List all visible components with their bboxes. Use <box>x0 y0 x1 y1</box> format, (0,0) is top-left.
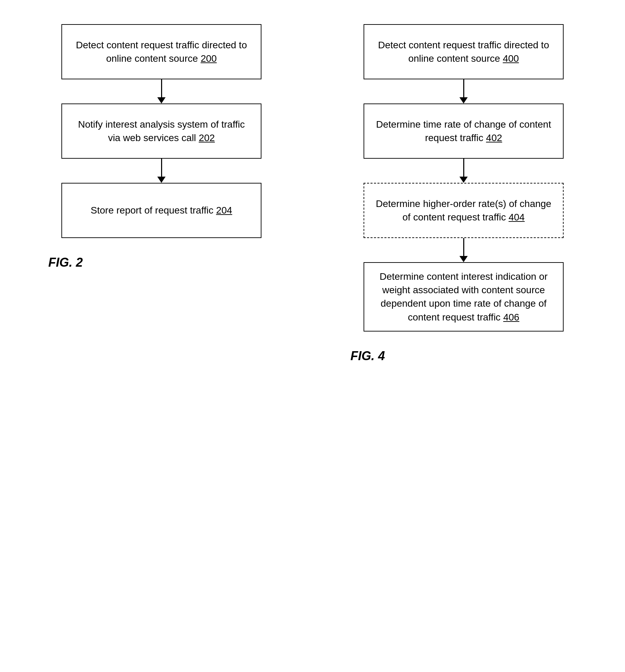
arrow-202-204 <box>157 159 166 183</box>
box-402-ref: 402 <box>486 132 502 143</box>
fig4-diagram: Detect content request traffic directed … <box>323 14 604 658</box>
box-404-ref: 404 <box>508 212 525 223</box>
fig2-diagram: Detect content request traffic directed … <box>21 14 302 658</box>
arrow-head <box>459 177 468 183</box>
box-200-ref: 200 <box>201 53 217 64</box>
arrow-head <box>459 97 468 103</box>
box-202-ref: 202 <box>199 132 215 143</box>
box-406: Determine content interest indication or… <box>364 262 564 332</box>
box-204-text: Store report of request traffic 204 <box>91 204 232 217</box>
arrow-line <box>463 238 464 256</box>
fig4-label: FIG. 4 <box>350 349 385 363</box>
box-204: Store report of request traffic 204 <box>61 183 261 238</box>
arrow-404-406 <box>459 238 468 262</box>
box-202: Notify interest analysis system of traff… <box>61 103 261 159</box>
box-400: Detect content request traffic directed … <box>364 24 564 79</box>
arrow-400-402 <box>459 79 468 103</box>
arrow-402-404 <box>459 159 468 183</box>
fig2-flowchart: Detect content request traffic directed … <box>21 24 302 238</box>
box-200: Detect content request traffic directed … <box>61 24 261 79</box>
box-404: Determine higher-order rate(s) of change… <box>364 183 564 238</box>
box-200-text: Detect content request traffic directed … <box>72 38 250 65</box>
page: Detect content request traffic directed … <box>21 14 604 658</box>
box-404-text: Determine higher-order rate(s) of change… <box>375 197 553 224</box>
box-402: Determine time rate of change of content… <box>364 103 564 159</box>
box-406-text: Determine content interest indication or… <box>375 270 553 324</box>
box-406-ref: 406 <box>503 312 519 323</box>
box-402-text: Determine time rate of change of content… <box>375 118 553 145</box>
arrow-head <box>459 256 468 262</box>
arrow-line <box>161 159 162 177</box>
box-204-ref: 204 <box>216 205 232 216</box>
fig4-flowchart: Detect content request traffic directed … <box>323 24 604 332</box>
arrow-line <box>161 79 162 97</box>
arrow-200-202 <box>157 79 166 103</box>
arrow-head <box>157 97 166 103</box>
arrow-line <box>463 79 464 97</box>
fig2-label: FIG. 2 <box>48 255 83 270</box>
box-400-text: Detect content request traffic directed … <box>375 38 553 65</box>
box-202-text: Notify interest analysis system of traff… <box>72 118 250 145</box>
arrow-head <box>157 177 166 183</box>
box-400-ref: 400 <box>503 53 519 64</box>
arrow-line <box>463 159 464 177</box>
